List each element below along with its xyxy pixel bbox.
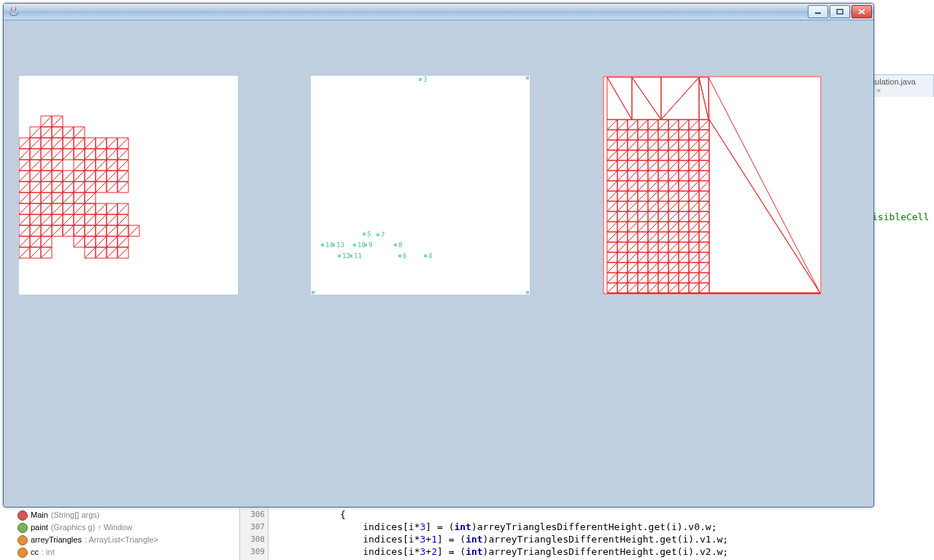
svg-text:12: 12 xyxy=(342,252,350,260)
close-icon[interactable]: × xyxy=(876,86,881,95)
svg-text:9: 9 xyxy=(368,241,372,249)
outline-label: arreyTriangles xyxy=(31,534,82,546)
svg-text:7: 7 xyxy=(381,231,385,238)
svg-rect-28 xyxy=(312,291,314,294)
svg-text:4: 4 xyxy=(428,252,432,260)
canvas-left xyxy=(19,76,238,295)
canvas-right xyxy=(603,76,822,295)
svg-rect-8 xyxy=(377,233,379,236)
partial-code-token: isibleCell xyxy=(872,211,929,222)
svg-rect-14 xyxy=(353,244,356,246)
maximize-button[interactable] xyxy=(830,5,850,18)
close-button[interactable] xyxy=(852,5,872,18)
svg-rect-29 xyxy=(526,291,529,294)
outline-item[interactable]: paint (Graphics g) ↑ Window xyxy=(18,521,236,534)
outline-sig: (String[] args) xyxy=(51,509,100,521)
canvas-middle: 35714131098121164 xyxy=(311,76,530,295)
outline-item[interactable]: cc : int xyxy=(18,546,236,559)
outline-label: Main xyxy=(31,509,48,521)
svg-text:5: 5 xyxy=(367,230,371,238)
java-icon xyxy=(8,6,20,18)
svg-rect-6 xyxy=(363,233,366,236)
outline-item[interactable]: arreyTriangles : ArrayList<Triangle> xyxy=(18,534,236,546)
minimize-button[interactable] xyxy=(808,5,828,18)
line-number-gutter: 306307308309 xyxy=(239,508,269,560)
svg-text:8: 8 xyxy=(398,241,402,249)
svg-rect-4 xyxy=(419,78,422,81)
editor-tab-label: gulation.java xyxy=(871,77,916,86)
svg-text:11: 11 xyxy=(354,252,362,260)
method-icon xyxy=(18,523,28,533)
outline-type: : ArrayList<Triangle> xyxy=(85,534,158,546)
code-editor[interactable]: { indices[i*3] = (int)arreyTrianglesDiff… xyxy=(271,508,934,560)
svg-rect-18 xyxy=(394,244,397,246)
method-icon xyxy=(18,510,28,521)
svg-rect-16 xyxy=(364,244,367,246)
svg-rect-24 xyxy=(398,254,401,257)
titlebar[interactable] xyxy=(4,4,873,20)
java-window: 35714131098121164 xyxy=(3,3,874,508)
outline-type: : int xyxy=(42,546,55,559)
window-client-area: 35714131098121164 xyxy=(7,23,871,504)
field-icon xyxy=(18,548,28,558)
outline-sig: (Graphics g) ↑ Window xyxy=(51,521,132,534)
field-icon xyxy=(18,535,28,545)
svg-rect-20 xyxy=(338,254,341,257)
svg-rect-22 xyxy=(350,254,352,257)
outline-tree[interactable]: Main (String[] args) paint (Graphics g) … xyxy=(18,509,236,559)
svg-text:6: 6 xyxy=(403,252,406,260)
svg-rect-26 xyxy=(424,254,427,257)
svg-text:13: 13 xyxy=(336,241,344,249)
svg-rect-1 xyxy=(837,9,843,14)
outline-item[interactable]: Main (String[] args) xyxy=(18,509,236,521)
svg-rect-31 xyxy=(603,77,821,294)
svg-rect-10 xyxy=(321,244,324,246)
svg-rect-12 xyxy=(332,244,335,246)
outline-label: cc xyxy=(31,546,39,559)
outline-label: paint xyxy=(31,521,48,534)
svg-text:3: 3 xyxy=(423,76,427,83)
svg-rect-30 xyxy=(526,77,529,79)
